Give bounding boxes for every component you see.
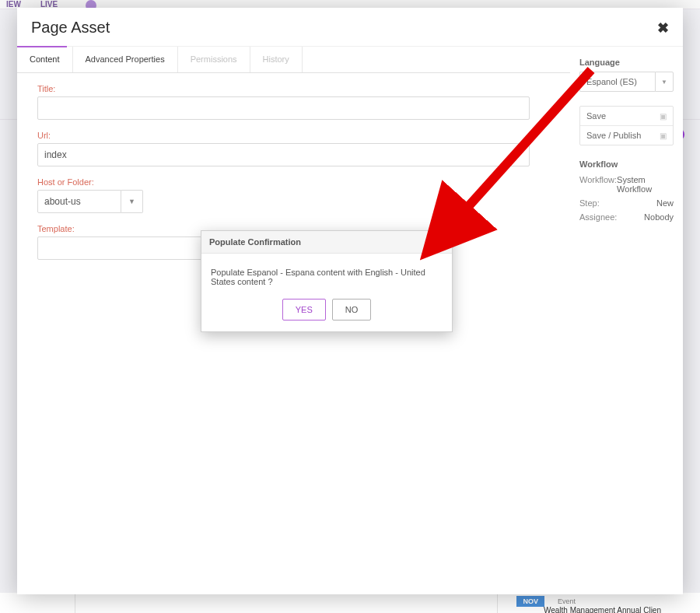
host-folder-input[interactable]	[37, 190, 121, 213]
save-label: Save	[586, 111, 606, 121]
popup-buttons: YES NO	[201, 294, 452, 331]
field-url: Url:	[37, 131, 550, 166]
workflow-section: Workflow Workflow: System Workflow Step:…	[579, 159, 674, 222]
sidebar-column: Language Espanol (ES) ▼ Save ▣ Save / Pu…	[570, 47, 683, 594]
host-folder-combo: ▼	[37, 190, 550, 213]
modal-title: Page Asset	[31, 19, 110, 37]
save-publish-button[interactable]: Save / Publish ▣	[580, 126, 673, 145]
field-host-folder: Host or Folder: ▼	[37, 177, 550, 213]
url-label: Url:	[37, 131, 550, 140]
host-folder-label: Host or Folder:	[37, 177, 550, 187]
save-publish-icon: ▣	[660, 131, 667, 140]
workflow-assignee-row: Assignee: Nobody	[579, 212, 674, 222]
field-title: Title:	[37, 84, 550, 120]
workflow-step-row: Step: New	[579, 198, 674, 208]
no-button[interactable]: NO	[332, 299, 372, 321]
tab-advanced-properties[interactable]: Advanced Properties	[73, 47, 178, 72]
modal-header: Page Asset ✖	[17, 8, 683, 46]
language-value: Espanol (ES)	[579, 72, 655, 92]
popup-header: Populate Confirmation	[201, 231, 452, 254]
tab-bar: Content Advanced Properties Permissions …	[17, 47, 570, 73]
popup-close-icon[interactable]: ✕	[443, 229, 454, 240]
tab-history[interactable]: History	[250, 47, 303, 72]
url-input[interactable]	[37, 143, 530, 166]
step-key: Step:	[579, 198, 600, 208]
populate-confirmation-dialog: Populate Confirmation ✕ Populate Espanol…	[201, 230, 453, 332]
workflow-row: Workflow: System Workflow	[579, 175, 674, 194]
save-icon: ▣	[660, 112, 667, 121]
language-label: Language	[579, 58, 674, 67]
save-button[interactable]: Save ▣	[580, 107, 673, 126]
yes-button[interactable]: YES	[282, 299, 326, 321]
workflow-value: System Workflow	[617, 175, 674, 194]
tab-content[interactable]: Content	[17, 47, 73, 72]
popup-title: Populate Confirmation	[209, 237, 301, 247]
save-publish-label: Save / Publish	[586, 131, 641, 140]
step-value: New	[656, 198, 674, 208]
chevron-down-icon: ▼	[661, 79, 667, 86]
chevron-down-icon: ▼	[128, 198, 135, 205]
assignee-key: Assignee:	[579, 212, 617, 222]
action-list: Save ▣ Save / Publish ▣	[579, 106, 674, 145]
workflow-heading: Workflow	[579, 159, 674, 169]
language-select[interactable]: Espanol (ES) ▼	[579, 72, 674, 92]
close-icon[interactable]: ✖	[657, 19, 669, 37]
workflow-key: Workflow:	[579, 175, 617, 194]
language-dropdown-button[interactable]: ▼	[655, 72, 674, 92]
assignee-value: Nobody	[644, 212, 674, 222]
tab-permissions[interactable]: Permissions	[178, 47, 250, 72]
popup-message: Populate Espanol - Espana content with E…	[201, 254, 452, 294]
title-input[interactable]	[37, 96, 530, 120]
template-input[interactable]	[37, 236, 208, 260]
title-label: Title:	[37, 84, 550, 93]
host-folder-dropdown-button[interactable]: ▼	[121, 190, 143, 213]
